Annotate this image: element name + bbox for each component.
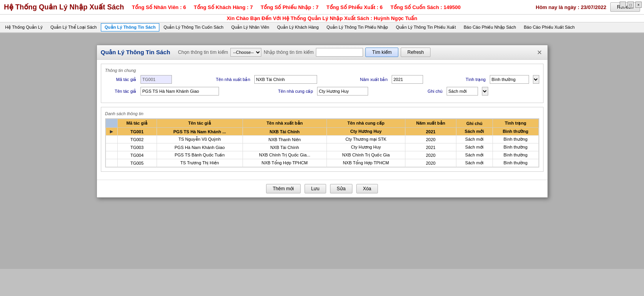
thong-tin-chung-section: Thông tin chung Mã tác giả Tên nhà xuất … <box>101 64 544 103</box>
luu-button[interactable]: Lưu <box>305 184 326 193</box>
col-ma[interactable]: Mã tác giả <box>117 119 157 128</box>
col-ghi-chu[interactable]: Ghi chú <box>456 119 493 128</box>
cell-ma: TG003 <box>117 143 157 151</box>
cell-ma: TG001 <box>117 128 157 136</box>
cell-ten: PGS Hà Nam Khánh Giao <box>157 143 243 151</box>
nav-bar: Hệ Thống Quản Lý Quản Lý Thể Loại Sách Q… <box>0 22 644 33</box>
tinh-trang-input[interactable] <box>490 75 529 84</box>
nav-cuon-sach[interactable]: Quản Lý Thông Tin Cuốn Sách <box>160 23 227 31</box>
col-ten[interactable]: Tên tác giả <box>157 119 243 128</box>
col-indicator <box>106 119 117 128</box>
row-indicator: ▶ <box>106 128 117 136</box>
title-bar: Hệ Thống Quản Lý Nhập Xuất Sách Tổng Số … <box>0 0 644 15</box>
danh-sach-label: Danh sách thông tin <box>105 111 539 116</box>
cell-ten: TS Nguyễn Vũ Quỳnh <box>157 136 243 143</box>
cell-nxb: NXB Tài Chính <box>243 128 327 136</box>
dialog-refresh-button[interactable]: Refresh <box>401 48 431 57</box>
stat-phieu-nhap: Tổng Số Phiếu Nhập : 7 <box>261 4 319 10</box>
sua-button[interactable]: Sửa <box>330 184 352 193</box>
table-row[interactable]: TG002 TS Nguyễn Vũ Quỳnh NXB Thanh Niên … <box>106 136 538 143</box>
table-row[interactable]: ▶ TG001 PGS TS Hà Nam Khánh ... NXB Tài … <box>106 128 538 136</box>
nav-the-loai[interactable]: Quản Lý Thể Loại Sách <box>47 23 100 31</box>
cell-nxb: NXB Thanh Niên <box>243 136 327 143</box>
danh-sach-section: Danh sách thông tin Mã tác giả Tên tác g… <box>101 107 544 172</box>
cell-ncc: Cty Hương Huy <box>327 143 405 151</box>
stat-khach-hang: Tổng Số Khách Hàng : 7 <box>194 4 253 10</box>
cell-nam: 2020 <box>405 151 456 159</box>
table-wrapper[interactable]: Mã tác giả Tên tác giả Tên nhà xuất bản … <box>105 118 539 167</box>
stat-nhan-vien: Tổng Số Nhân Viên : 6 <box>132 4 186 10</box>
dialog-close-button[interactable]: ✕ <box>535 49 544 56</box>
close-window-button[interactable]: × <box>635 2 642 8</box>
form-row-1: Mã tác giả Tên nhà xuất bản Năm xuất bản… <box>105 75 539 84</box>
dialog-title: Quản Lý Thông Tin Sách <box>101 49 170 56</box>
table-row[interactable]: TG004 PGS TS Bành Quốc Tuấn NXB Chính Tr… <box>106 151 538 159</box>
stat-phieu-xuat: Tổng Số Phiếu Xuất : 6 <box>327 4 383 10</box>
col-nam[interactable]: Năm xuất bản <box>405 119 456 128</box>
ghi-chu-select[interactable] <box>482 87 488 96</box>
ten-nxb-input[interactable] <box>254 75 317 84</box>
cell-ghi-chu: Sách mới <box>456 128 493 136</box>
ten-tac-gia-label: Tên tác giả <box>105 89 137 94</box>
col-tinh-trang[interactable]: Tình trạng <box>493 119 538 128</box>
col-ncc[interactable]: Tên nhà cung cấp <box>327 119 405 128</box>
minimize-button[interactable]: _ <box>620 2 626 8</box>
main-area: Quản Lý Thông Tin Sách Chọn thông tin tì… <box>0 33 644 269</box>
search-choice-select[interactable]: --Choose-- <box>230 48 261 57</box>
nav-bc-nhap[interactable]: Báo Cáo Phiếu Nhập Sách <box>460 23 520 31</box>
table-row[interactable]: TG005 TS Trương Thị Hiền NXB Tổng Hợp TP… <box>106 159 538 167</box>
ghi-chu-label: Ghi chú <box>423 89 443 94</box>
cell-ma: TG004 <box>117 151 157 159</box>
cell-ncc: NXB Tổng Hợp TPHCM <box>327 159 405 167</box>
ghi-chu-input[interactable] <box>447 87 478 96</box>
row-indicator <box>106 136 117 143</box>
nav-nhan-vien[interactable]: Quản Lý Nhân Viên <box>228 23 273 31</box>
cell-tinh-trang: Bình thường <box>493 136 538 143</box>
cell-nam: 2020 <box>405 136 456 143</box>
nav-phieu-xuat[interactable]: Quản Lý Thông Tin Phiếu Xuất <box>392 23 460 31</box>
table-body: ▶ TG001 PGS TS Hà Nam Khánh ... NXB Tài … <box>106 128 538 167</box>
col-nxb[interactable]: Tên nhà xuất bản <box>243 119 327 128</box>
maximize-button[interactable]: □ <box>628 2 634 8</box>
cell-tinh-trang: Bình thường <box>493 143 538 151</box>
cell-ten: TS Trương Thị Hiền <box>157 159 243 167</box>
thong-tin-chung-label: Thông tin chung <box>105 68 539 73</box>
them-moi-button[interactable]: Thêm mới <box>266 184 301 193</box>
cell-nxb: NXB Tổng Hợp TPHCM <box>243 159 327 167</box>
ten-ncc-input[interactable] <box>317 87 368 96</box>
tinh-trang-label: Tình trạng <box>462 77 486 82</box>
ma-tac-gia-input[interactable] <box>140 75 172 84</box>
cell-ghi-chu: Sách mới <box>456 136 493 143</box>
cell-nam: 2021 <box>405 143 456 151</box>
cell-nxb: NXB Tài Chính <box>243 143 327 151</box>
search-button[interactable]: Tìm kiếm <box>365 48 398 57</box>
today-date: Hôm nay là ngày : 23/07/2022 <box>536 4 606 10</box>
nav-khach-hang[interactable]: Quản Lý Khách Hàng <box>274 23 322 31</box>
table-row[interactable]: TG003 PGS Hà Nam Khánh Giao NXB Tài Chín… <box>106 143 538 151</box>
search-input-label: Nhập thông tin tìm kiếm <box>264 50 314 55</box>
nav-bc-xuat[interactable]: Báo Cáo Phiếu Xuất Sách <box>520 23 578 31</box>
cell-ncc: Cty Thương mại STK <box>327 136 405 143</box>
nam-xb-label: Năm xuất bản <box>356 77 388 82</box>
welcome-bar: Xin Chào Bạn Đến Với Hệ Thống Quản Lý Nh… <box>0 15 644 22</box>
cell-ma: TG002 <box>117 136 157 143</box>
cell-ncc: NXB Chính Trị Quốc Gia <box>327 151 405 159</box>
row-indicator <box>106 151 117 159</box>
cell-tinh-trang: Bình thường <box>493 151 538 159</box>
form-row-2: Tên tác giả Tên nhà cung cấp Ghi chú <box>105 87 539 96</box>
search-choice-label: Chọn thông tin tìm kiếm <box>178 50 228 55</box>
search-text-input[interactable] <box>316 48 363 57</box>
nav-he-thong[interactable]: Hệ Thống Quản Lý <box>2 23 46 31</box>
data-table: Mã tác giả Tên tác giả Tên nhà xuất bản … <box>106 119 539 167</box>
xoa-button[interactable]: Xóa <box>356 184 378 193</box>
nam-xb-input[interactable] <box>392 75 423 84</box>
ten-tac-gia-input[interactable] <box>140 87 219 96</box>
nav-thong-tin-sach[interactable]: Quản Lý Thông Tin Sách <box>101 23 159 31</box>
cell-ma: TG005 <box>117 159 157 167</box>
cell-ghi-chu: Sách mới <box>456 151 493 159</box>
cell-nxb: NXB Chính Trị Quốc Gia... <box>243 151 327 159</box>
tinh-trang-select[interactable] <box>533 75 539 84</box>
cell-ghi-chu: Sách mới <box>456 159 493 167</box>
cell-ten: PGS TS Bành Quốc Tuấn <box>157 151 243 159</box>
nav-phieu-nhap[interactable]: Quản Lý Thông Tin Phiếu Nhập <box>323 23 392 31</box>
